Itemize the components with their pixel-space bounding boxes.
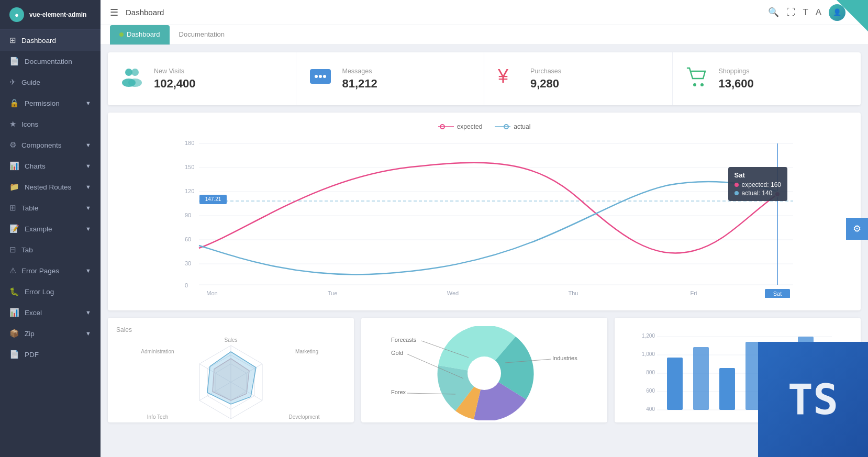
sidebar-item-guide[interactable]: ✈ Guide [0, 72, 101, 93]
chevron-down-icon: ▼ [85, 142, 91, 148]
purchases-icon: ¥ [496, 64, 521, 94]
sidebar: ● vue-element-admin ⊞ Dashboard 📄 Docume… [0, 0, 101, 457]
svg-point-0 [125, 69, 132, 76]
legend-actual-label: actual [514, 123, 530, 130]
sidebar-item-charts[interactable]: 📊 Charts ▼ [0, 155, 101, 176]
new-visits-info: New Visits 102,400 [154, 68, 196, 91]
sidebar-item-example[interactable]: 📝 Example ▼ [0, 218, 101, 239]
sidebar-item-label: Guide [21, 79, 40, 86]
chevron-down-icon: ▼ [85, 226, 91, 232]
error-log-icon: 🐛 [9, 287, 19, 296]
svg-text:¥: ¥ [497, 65, 509, 87]
svg-text:Wed: Wed [447, 290, 459, 296]
main-content: ☰ Dashboard 🔍 ⛶ T A 👤 ▼ Dashboard Docume… [101, 0, 868, 457]
sidebar-item-error-pages[interactable]: ⚠ Error Pages ▼ [0, 260, 101, 281]
tab-label: Documentation [179, 30, 225, 38]
svg-text:60: 60 [185, 236, 191, 242]
sidebar-item-label: Table [21, 204, 38, 212]
messages-value: 81,212 [342, 77, 377, 91]
purchases-label: Purchases [530, 68, 561, 75]
tab-documentation[interactable]: Documentation [170, 25, 234, 44]
tab-dashboard[interactable]: Dashboard [110, 25, 170, 44]
stat-card-messages: Messages 81,212 [296, 52, 485, 105]
sidebar-item-label: Icons [21, 120, 38, 128]
svg-text:Marketing: Marketing [295, 349, 318, 354]
nested-routes-icon: 📁 [9, 182, 19, 192]
sidebar-item-label: Dashboard [21, 37, 56, 44]
pie-chart-card: Forecasts Gold Forex Industries [361, 318, 607, 422]
chevron-down-icon: ▼ [85, 184, 91, 190]
stat-card-shoppings: Shoppings 13,600 [673, 52, 861, 105]
sidebar-item-dashboard[interactable]: ⊞ Dashboard [0, 30, 101, 51]
svg-text:800: 800 [646, 370, 655, 375]
logo-text: vue-element-admin [29, 11, 86, 18]
sidebar-item-pdf[interactable]: 📄 PDF [0, 344, 101, 365]
sidebar-item-zip[interactable]: 📦 Zip ▼ [0, 323, 101, 344]
messages-icon [308, 64, 333, 94]
svg-point-7 [323, 75, 326, 78]
svg-text:Administration: Administration [141, 349, 174, 354]
sidebar-item-error-log[interactable]: 🐛 Error Log [0, 281, 101, 302]
legend-expected: expected [438, 123, 483, 130]
charts-icon: 📊 [9, 161, 19, 171]
svg-text:400: 400 [646, 406, 655, 412]
legend-expected-label: expected [457, 123, 483, 130]
settings-fab[interactable]: ⚙ [846, 218, 868, 240]
chart-svg-wrapper: 180 150 120 90 60 30 0 [118, 136, 850, 300]
shoppings-label: Shoppings [719, 68, 754, 75]
stat-card-new-visits: New Visits 102,400 [108, 52, 296, 105]
chevron-down-icon: ▼ [85, 100, 91, 106]
svg-point-3 [128, 79, 142, 87]
svg-text:Info Tech: Info Tech [147, 414, 168, 420]
shoppings-icon [684, 64, 709, 94]
new-visits-value: 102,400 [154, 77, 196, 91]
sidebar-item-label: Zip [25, 330, 35, 338]
sidebar-item-tab[interactable]: ⊟ Tab [0, 239, 101, 260]
sidebar-item-table[interactable]: ⊞ Table ▼ [0, 197, 101, 218]
sidebar-item-permission[interactable]: 🔒 Permission ▼ [0, 93, 101, 114]
fullscreen-icon[interactable]: ⛶ [786, 7, 795, 18]
svg-text:150: 150 [185, 164, 194, 170]
sidebar-item-nested-routes[interactable]: 📁 Nested Routes ▼ [0, 176, 101, 197]
chevron-down-icon: ▼ [85, 309, 91, 316]
sidebar-item-icons[interactable]: ★ Icons [0, 114, 101, 135]
chevron-down-icon: ▼ [85, 163, 91, 169]
sidebar-item-label: Nested Routes [25, 183, 71, 191]
legend-actual: actual [495, 123, 530, 130]
page-title: Dashboard [126, 8, 768, 17]
search-icon[interactable]: 🔍 [768, 7, 779, 18]
chevron-down-icon: ▼ [85, 267, 91, 274]
font-icon[interactable]: T [803, 7, 808, 18]
sidebar-item-label: Error Pages [21, 267, 59, 275]
svg-text:Sales: Sales [224, 338, 237, 343]
icons-icon: ★ [9, 119, 16, 129]
chevron-down-icon: ▼ [85, 205, 91, 211]
sidebar-item-label: Example [25, 225, 52, 233]
dashboard-icon: ⊞ [9, 36, 16, 45]
accessibility-icon[interactable]: A [816, 7, 821, 18]
svg-point-57 [468, 356, 501, 390]
purchases-info: Purchases 9,280 [530, 68, 561, 91]
svg-point-10 [700, 83, 704, 86]
sidebar-item-label: Components [21, 141, 62, 149]
sidebar-item-documentation[interactable]: 📄 Documentation [0, 51, 101, 72]
menu-icon[interactable]: ☰ [110, 7, 118, 18]
permission-icon: 🔒 [9, 98, 19, 108]
sidebar-item-components[interactable]: ⚙ Components ▼ [0, 135, 101, 155]
pdf-icon: 📄 [9, 350, 19, 359]
messages-label: Messages [342, 68, 377, 75]
guide-icon: ✈ [9, 77, 16, 87]
radar-chart-card: Sales [108, 318, 354, 422]
excel-icon: 📊 [9, 308, 19, 317]
components-icon: ⚙ [9, 140, 16, 150]
line-chart-container: expected actual 180 150 120 90 [108, 113, 861, 310]
messages-info: Messages 81,212 [342, 68, 377, 91]
svg-text:Mon: Mon [206, 290, 217, 296]
sidebar-item-label: PDF [25, 351, 39, 359]
svg-text:Tue: Tue [328, 290, 338, 296]
purchases-value: 9,280 [530, 77, 561, 91]
svg-text:1,200: 1,200 [642, 333, 655, 339]
sidebar-item-excel[interactable]: 📊 Excel ▼ [0, 302, 101, 323]
svg-text:600: 600 [646, 388, 655, 394]
svg-text:Forecasts: Forecasts [391, 337, 417, 343]
